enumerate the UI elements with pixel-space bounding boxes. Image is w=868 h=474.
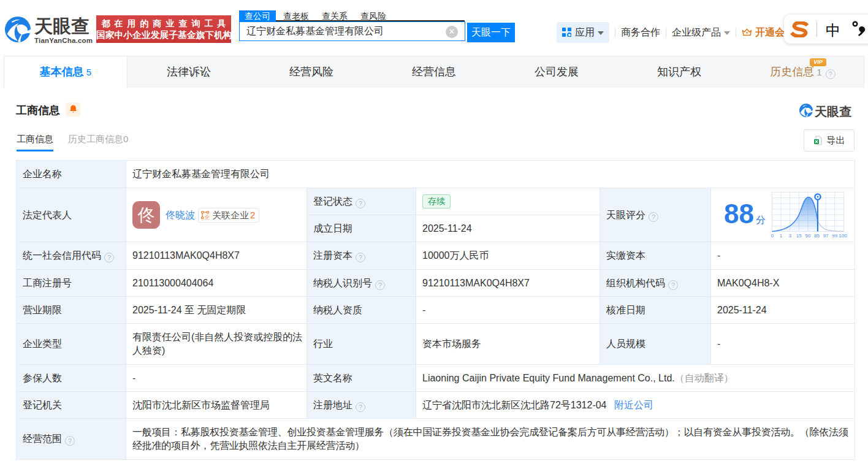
- svg-text:3: 3: [788, 233, 791, 239]
- svg-text:1: 1: [780, 233, 783, 239]
- svg-text:50: 50: [805, 233, 810, 239]
- svg-text:0: 0: [771, 233, 774, 239]
- svg-text:85: 85: [814, 233, 820, 239]
- svg-text:企: 企: [205, 214, 210, 220]
- svg-text:15: 15: [796, 233, 802, 239]
- svg-text:100: 100: [839, 233, 847, 239]
- svg-text:99: 99: [832, 233, 837, 239]
- svg-text:97: 97: [823, 233, 829, 239]
